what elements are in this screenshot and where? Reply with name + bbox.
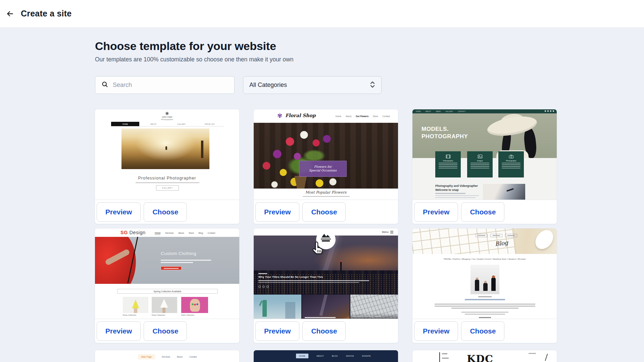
mini-nav: HOMEABOUTNEWSGALLERYCONTACT (412, 109, 557, 113)
template-card-row3-left: Main PageServicesAboutContact (95, 350, 240, 362)
mountains-icon (321, 233, 331, 238)
choose-button[interactable]: Choose (302, 321, 346, 341)
thumb-ski-lift: Welcome to Our Blog Feature (350, 295, 398, 319)
mini-script-title: Blog (495, 239, 508, 247)
mini-nav: HOMEABOUTGALLERYPRICE LIST (111, 122, 224, 126)
image-icon (478, 154, 483, 159)
mini-logo-badge (316, 230, 336, 249)
card-actions: Preview Choose (412, 200, 557, 224)
product-caption: Dress Collection (152, 314, 165, 316)
product-thumb-yellow-dress (123, 297, 148, 313)
camera-shutter-icon: ❋ (95, 111, 239, 116)
mini-nav: HOMEABOUTBLOGADVICEDONATE (296, 354, 371, 358)
preview-button[interactable]: Preview (414, 321, 458, 341)
mini-hero-text: Why Your Titles Should Be No Longer Than… (258, 273, 369, 288)
search-icon (101, 81, 108, 89)
template-card-sg-design: SG Design HomeServicesAboutStoreBlogCont… (95, 228, 240, 343)
product-thumb-white-dress (152, 297, 177, 313)
choose-button[interactable]: Choose (461, 202, 504, 222)
flower-icon: ✾ (277, 112, 282, 119)
mini-brand: John Clark (95, 116, 239, 118)
mini-gallery-button: GALLERY (156, 185, 179, 191)
mini-menu: Menu (382, 230, 393, 234)
mini-title: MODELS. PHOTOGRAPHY (422, 125, 468, 140)
thumb-statue-of-liberty (254, 295, 301, 319)
card-actions: Preview Choose (254, 200, 398, 224)
mini-nav: Main PageServicesAboutContact (138, 354, 197, 359)
mini-subheading: Welcome to snap (435, 188, 459, 192)
template-thumbnail[interactable]: KDC (412, 350, 557, 362)
mini-nav: HomeAboutOur FlowersStoreContact (336, 115, 390, 117)
film-icon (446, 154, 451, 159)
template-search[interactable] (95, 76, 235, 94)
mini-collection-bar: Spring Collection Available (117, 289, 218, 294)
mini-heading: Photography and Videographer (435, 184, 478, 188)
template-card-professional-photographer: ❋ John Clark Photographer HOMEABOUTGALLE… (95, 109, 240, 224)
feature-box-images: Images (467, 151, 493, 177)
template-thumbnail[interactable]: ✾ Floral Shop HomeAboutOur FlowersStoreC… (254, 109, 398, 200)
template-thumbnail[interactable]: HOMEABOUTBLOGADVICEDONATE (254, 350, 398, 362)
template-thumbnail[interactable]: Blog TRAVEL | Fashion | Blogging | You |… (412, 228, 557, 319)
hero-image-red-dress: Custom Clothing (95, 237, 239, 284)
template-thumbnail[interactable]: Menu Why Your Titles Should Be No Longer… (254, 228, 398, 319)
mini-nav: HomeServicesAboutStoreBlogContact (155, 232, 215, 235)
product-caption: Dress Collection (123, 314, 136, 316)
template-card-models-photography: HOMEABOUTNEWSGALLERYCONTACT MODELS. PHOT… (412, 109, 557, 224)
preview-button[interactable]: Preview (414, 202, 458, 222)
template-card-row3-middle: HOMEABOUTBLOGADVICEDONATE (253, 350, 398, 362)
template-thumbnail[interactable]: SG Design HomeServicesAboutStoreBlogCont… (95, 228, 239, 319)
choose-button[interactable]: Choose (461, 321, 504, 341)
mini-nav: TRAVEL | Fashion | Blogging | You | Qual… (412, 258, 557, 260)
chevron-up-down-icon (370, 81, 375, 90)
mini-hero-title: Custom Clothing (161, 251, 196, 256)
carousel-dots (258, 286, 369, 288)
create-site-page: { "header": { "title": "Create a site" }… (0, 0, 644, 362)
card-actions: Preview Choose (95, 200, 239, 224)
product-caption: Swim Collection (181, 314, 194, 316)
mini-photo-makeup (483, 184, 525, 200)
mini-section-title: Most Popular Flowers (254, 190, 398, 195)
card-actions: Preview Choose (254, 319, 398, 343)
preview-button[interactable]: Preview (255, 321, 299, 341)
preview-button[interactable]: Preview (97, 202, 141, 222)
choose-button[interactable]: Choose (302, 202, 346, 222)
hero-banner: Flowers for Special Occasions (299, 161, 347, 177)
template-card-floral-shop: ✾ Floral Shop HomeAboutOur FlowersStoreC… (253, 109, 398, 224)
mini-brand: Floral Shop (285, 113, 316, 118)
template-card-row3-right: KDC (412, 350, 557, 362)
preview-button[interactable]: Preview (97, 321, 141, 341)
mini-brand-sub: Photographer (95, 118, 239, 120)
mini-read-more (479, 317, 491, 318)
mini-red-button (161, 266, 182, 270)
hero-image-sunset-field (121, 128, 209, 169)
choose-button[interactable]: Choose (144, 321, 187, 341)
back-button[interactable] (4, 8, 16, 20)
section-heading: Choose template for your website (95, 40, 276, 53)
template-thumbnail[interactable]: Main PageServicesAboutContact (95, 350, 239, 362)
mini-thumb-strip: Welcome to Our Blog Feature (254, 295, 398, 319)
template-thumbnail[interactable]: HOMEABOUTNEWSGALLERYCONTACT MODELS. PHOT… (412, 109, 557, 200)
page-title: Create a site (21, 9, 71, 18)
preview-button[interactable]: Preview (255, 202, 299, 222)
back-arrow-icon (6, 9, 14, 19)
mini-tagline (136, 182, 199, 183)
product-thumb-swimwear (181, 297, 208, 313)
search-input[interactable] (113, 82, 224, 89)
thumb-night-sky (302, 295, 350, 319)
app-header: Create a site (0, 0, 644, 28)
feature-box-videography: Videography (435, 151, 461, 177)
card-actions: Preview Choose (95, 319, 239, 343)
mini-brand: SG Design (120, 230, 146, 235)
category-selected-value: All Categories (249, 82, 370, 89)
mini-section-subtitle (303, 196, 350, 197)
mini-title: Professional Photographer (95, 176, 239, 180)
hero-image-keyboard: Blog (412, 228, 557, 254)
choose-button[interactable]: Choose (144, 202, 187, 222)
template-thumbnail[interactable]: ❋ John Clark Photographer HOMEABOUTGALLE… (95, 109, 239, 200)
feature-box-photography: Photography (498, 151, 524, 177)
template-card-travel-blog: Menu Why Your Titles Should Be No Longer… (253, 228, 398, 343)
mini-brand: KDC (467, 353, 493, 362)
section-subheading: Our templates are 100% customizable so c… (95, 56, 293, 63)
category-select[interactable]: All Categories (243, 76, 382, 94)
mouse-graphic (532, 228, 557, 253)
